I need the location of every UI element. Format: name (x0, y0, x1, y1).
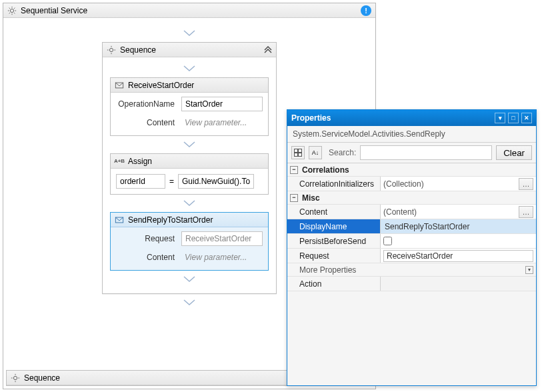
sequence-activity[interactable]: Sequence ReceiveStartOrder (102, 42, 277, 294)
receive-content-link[interactable]: View parameter... (181, 115, 263, 130)
prop-value-checkbox[interactable] (383, 237, 392, 245)
sendreply-title: SendReplyToStartOrder (128, 215, 213, 225)
category-label: Correlations (302, 165, 349, 175)
category-label: More Properties (299, 265, 356, 275)
properties-panel: Properties ▾ □ ✕ System.ServiceModel.Act… (287, 109, 537, 386)
sendreply-activity[interactable]: SendReplyToStartOrder Request Content Vi… (110, 212, 269, 271)
drop-indicator-icon (183, 30, 195, 37)
prop-name: Action (287, 277, 381, 291)
collapse-toggle-icon[interactable]: − (290, 166, 298, 174)
clear-button[interactable]: Clear (496, 145, 532, 160)
sequence-icon (11, 373, 20, 383)
svg-rect-21 (295, 149, 298, 153)
properties-titlebar[interactable]: Properties ▾ □ ✕ (287, 110, 536, 126)
svg-line-7 (9, 13, 10, 13)
prop-name: Request (287, 249, 381, 263)
assign-activity[interactable]: A+B Assign = (110, 153, 269, 195)
receive-header[interactable]: ReceiveStartOrder (111, 78, 268, 93)
svg-line-5 (9, 7, 10, 8)
prop-name: CorrelationInitializers (287, 177, 381, 191)
drop-indicator-icon (183, 65, 195, 72)
drop-indicator-icon (183, 200, 195, 207)
drop-indicator-icon (183, 141, 195, 148)
svg-rect-24 (299, 153, 302, 157)
outer-activity-header[interactable]: Sequential Service ! (3, 3, 375, 18)
sendreply-icon (115, 215, 124, 225)
sendreply-header[interactable]: SendReplyToStartOrder (111, 213, 268, 227)
prop-value-input[interactable] (383, 221, 533, 233)
category-more-properties[interactable]: More Properties ▾ (287, 263, 536, 277)
prop-name: Content (287, 205, 381, 219)
properties-title: Properties (291, 113, 331, 123)
assign-equals: = (169, 177, 174, 186)
svg-point-0 (10, 9, 13, 12)
prop-persistbeforesend[interactable]: PersistBeforeSend (287, 234, 536, 249)
prop-displayname[interactable]: DisplayName (287, 219, 536, 234)
prop-correlationinitializers[interactable]: CorrelationInitializers (Collection) … (287, 177, 536, 191)
svg-rect-22 (299, 149, 302, 153)
ellipsis-button[interactable]: … (519, 206, 533, 218)
drop-indicator-icon (183, 276, 195, 283)
prop-value: (Content) (383, 207, 417, 217)
properties-toolbar: A↓ Search: Clear (287, 143, 536, 163)
outer-activity-title: Sequential Service (21, 6, 87, 15)
collapse-icon[interactable] (264, 45, 272, 55)
sequence-header[interactable]: Sequence (103, 43, 276, 57)
reply-content-label: Content (116, 253, 175, 262)
collapse-toggle-icon[interactable]: − (290, 194, 298, 202)
svg-line-8 (14, 7, 15, 8)
search-label: Search: (329, 148, 356, 157)
validation-error-icon[interactable]: ! (361, 5, 371, 16)
receive-content-label: Content (116, 118, 175, 127)
category-misc[interactable]: − Misc (287, 191, 536, 205)
receive-activity[interactable]: ReceiveStartOrder OperationName Content … (110, 77, 269, 136)
prop-value-input[interactable] (383, 250, 533, 262)
assign-icon: A+B (115, 157, 124, 166)
window-dropdown-button[interactable]: ▾ (495, 113, 505, 123)
assign-rhs-input[interactable] (178, 174, 254, 189)
properties-grid: − Correlations CorrelationInitializers (… (287, 163, 536, 385)
sequence-body: ReceiveStartOrder OperationName Content … (103, 57, 276, 291)
prop-request[interactable]: Request (287, 249, 536, 263)
reply-content-link[interactable]: View parameter... (181, 250, 263, 265)
ellipsis-button[interactable]: … (519, 178, 533, 190)
assign-lhs-input[interactable] (116, 174, 165, 189)
request-input[interactable] (181, 231, 263, 246)
window-maximize-button[interactable]: □ (508, 113, 519, 123)
categorized-button[interactable] (291, 146, 305, 159)
expand-chevron-icon[interactable]: ▾ (525, 266, 533, 274)
search-input[interactable] (360, 145, 492, 160)
category-label: Misc (302, 193, 320, 203)
window-close-button[interactable]: ✕ (521, 113, 532, 123)
bottom-sequence-title: Sequence (24, 373, 60, 383)
prop-action[interactable]: Action (287, 277, 536, 291)
sequence-title: Sequence (120, 45, 156, 55)
drop-indicator-icon (183, 299, 195, 306)
request-label: Request (116, 234, 175, 243)
receive-icon (115, 81, 124, 90)
svg-point-9 (109, 48, 113, 51)
svg-point-16 (13, 376, 17, 379)
prop-value: (Collection) (383, 179, 424, 189)
assign-header[interactable]: A+B Assign (111, 154, 268, 169)
assign-title: Assign (128, 157, 152, 166)
prop-name: DisplayName (287, 219, 381, 233)
category-correlations[interactable]: − Correlations (287, 163, 536, 177)
operation-name-label: OperationName (116, 99, 175, 109)
properties-type-name: System.ServiceModel.Activities.SendReply (287, 126, 536, 143)
operation-name-input[interactable] (181, 97, 263, 111)
prop-name: PersistBeforeSend (287, 234, 381, 248)
sequence-icon (107, 45, 116, 55)
prop-content[interactable]: Content (Content) … (287, 205, 536, 219)
alphabetical-button[interactable]: A↓ (309, 146, 322, 159)
svg-line-6 (14, 13, 15, 13)
workflow-icon (7, 6, 17, 15)
receive-title: ReceiveStartOrder (128, 81, 194, 90)
svg-rect-23 (295, 153, 298, 157)
